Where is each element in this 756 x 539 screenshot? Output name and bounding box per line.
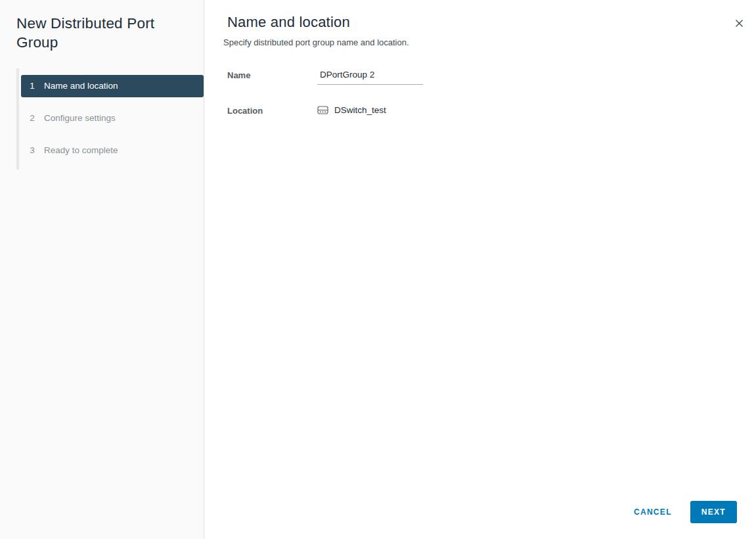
location-label: Location [227, 104, 317, 116]
close-button[interactable] [733, 17, 745, 29]
step-number: 3 [29, 145, 35, 155]
cancel-button[interactable]: CANCEL [633, 502, 673, 522]
step-label: Ready to complete [44, 145, 118, 155]
steps-track [16, 68, 19, 170]
wizard-title: New Distributed Port Group [0, 0, 204, 53]
name-label: Name [227, 68, 317, 80]
wizard-sidebar: New Distributed Port Group 1 Name and lo… [0, 0, 204, 539]
location-value: DSwitch_test [317, 104, 386, 115]
wizard-content: Name and location Specify distributed po… [205, 0, 756, 539]
wizard-steps: 1 Name and location 2 Configure settings… [16, 68, 204, 170]
location-row: Location DSwitch_test [227, 104, 756, 116]
step-ready-to-complete[interactable]: 3 Ready to complete [21, 139, 204, 162]
close-icon [734, 18, 744, 28]
location-name: DSwitch_test [334, 105, 386, 115]
step-configure-settings[interactable]: 2 Configure settings [21, 107, 204, 129]
page-subtitle: Specify distributed port group name and … [223, 37, 717, 47]
name-row: Name [227, 68, 756, 85]
step-label: Name and location [44, 81, 118, 91]
name-input[interactable] [317, 68, 423, 85]
step-number: 2 [29, 113, 35, 123]
distributed-switch-icon [317, 105, 328, 115]
dialog-footer: CANCEL NEXT [633, 501, 737, 523]
name-location-form: Name Location DSwitch_test [227, 68, 756, 116]
page-title: Name and location [227, 14, 717, 31]
new-distributed-port-group-dialog: New Distributed Port Group 1 Name and lo… [0, 0, 756, 539]
step-label: Configure settings [44, 113, 116, 123]
step-name-and-location[interactable]: 1 Name and location [21, 75, 204, 97]
next-button[interactable]: NEXT [690, 501, 737, 523]
page-header: Name and location Specify distributed po… [205, 0, 756, 47]
step-number: 1 [29, 81, 35, 91]
